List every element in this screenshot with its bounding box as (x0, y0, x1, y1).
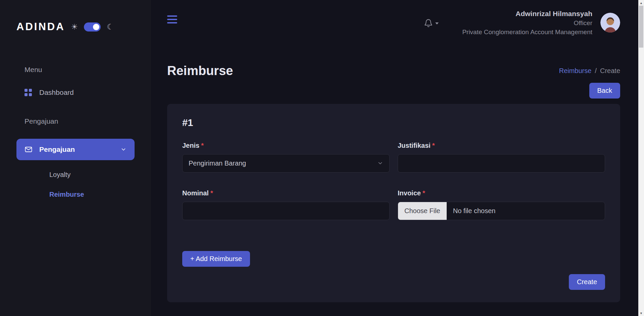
jenis-selected-value: Pengiriman Barang (189, 160, 246, 167)
add-reimburse-button[interactable]: + Add Reimburse (182, 251, 250, 267)
notifications-button[interactable] (424, 19, 439, 28)
caret-down-icon (435, 22, 439, 24)
scrollbar-up-button[interactable]: ▲ (638, 0, 644, 6)
hamburger-menu-icon[interactable] (167, 15, 177, 23)
moon-icon: ☾ (107, 23, 114, 31)
theme-toggle[interactable] (84, 22, 101, 31)
chevron-down-icon (120, 146, 127, 152)
dashboard-grid-icon (24, 89, 32, 96)
choose-file-button[interactable]: Choose File (398, 202, 447, 220)
sidebar-item-dashboard[interactable]: Dashboard (24, 88, 151, 97)
breadcrumb: Reimburse / Create (559, 67, 620, 75)
invoice-file-input[interactable]: Choose File No file chosen (398, 202, 605, 220)
jenis-label-text: Jenis (182, 142, 199, 149)
required-mark: * (423, 189, 425, 197)
page-title: Reimburse (167, 64, 233, 78)
page-head: Reimburse Reimburse / Create (167, 64, 620, 78)
main-content: Adwinrizal Hilmansyah Officer Private Co… (151, 0, 638, 316)
sun-icon: ☀ (71, 23, 78, 31)
jenis-label: Jenis* (182, 142, 390, 149)
breadcrumb-link-reimburse[interactable]: Reimburse (559, 67, 592, 75)
topbar-right: Adwinrizal Hilmansyah Officer Private Co… (424, 9, 620, 37)
nominal-label-text: Nominal (182, 189, 209, 197)
invoice-field: Invoice* Choose File No file chosen (398, 189, 605, 220)
sidebar-item-pengajuan[interactable]: Pengajuan (16, 139, 135, 160)
nominal-field: Nominal* (182, 189, 390, 220)
justifikasi-label: Justifikasi* (398, 142, 605, 149)
bell-icon (424, 19, 433, 28)
invoice-label-text: Invoice (398, 189, 421, 197)
breadcrumb-separator: / (595, 67, 597, 75)
file-status-text: No file chosen (447, 202, 502, 220)
topbar: Adwinrizal Hilmansyah Officer Private Co… (167, 0, 620, 37)
scrollbar[interactable]: ▲ ▼ (638, 0, 644, 316)
menu-section-heading: Menu (24, 66, 151, 74)
user-info: Adwinrizal Hilmansyah Officer Private Co… (462, 9, 592, 37)
sidebar-subitem-loyalty[interactable]: Loyalty (49, 171, 151, 179)
required-mark: * (210, 189, 213, 197)
back-button[interactable]: Back (589, 83, 620, 99)
back-row: Back (167, 83, 620, 99)
app-root: ADINDA ☀ ☾ Menu Dashboard Pengajuan Peng… (0, 0, 644, 316)
required-mark: * (432, 142, 435, 149)
jenis-field: Jenis* Pengiriman Barang (182, 142, 390, 173)
scrollbar-down-button[interactable]: ▼ (638, 310, 644, 316)
justifikasi-field: Justifikasi* (398, 142, 605, 173)
sidebar-item-pengajuan-label: Pengajuan (39, 145, 75, 153)
reimburse-form-card: #1 Jenis* Pengiriman Barang Just (167, 104, 620, 302)
select-chevron-icon (377, 160, 383, 166)
user-role: Officer (462, 19, 592, 28)
create-row: Create (182, 274, 605, 290)
justifikasi-input[interactable] (398, 154, 605, 173)
required-mark: * (201, 142, 204, 149)
envelope-icon (24, 145, 33, 153)
sidebar: ADINDA ☀ ☾ Menu Dashboard Pengajuan Peng… (0, 0, 151, 316)
invoice-label: Invoice* (398, 189, 605, 197)
sidebar-subitem-reimburse[interactable]: Reimburse (49, 191, 151, 198)
avatar[interactable] (600, 13, 620, 33)
user-organization: Private Conglomeration Account Managemen… (462, 28, 592, 37)
user-name: Adwinrizal Hilmansyah (462, 9, 592, 19)
item-number: #1 (182, 117, 605, 128)
logo-row: ADINDA ☀ ☾ (0, 19, 151, 34)
scrollbar-thumb[interactable] (639, 6, 643, 48)
theme-toggle-knob (93, 24, 99, 30)
nominal-label: Nominal* (182, 189, 390, 197)
app-logo: ADINDA (16, 21, 65, 33)
nominal-input[interactable] (182, 202, 390, 220)
pengajuan-section-heading: Pengajuan (24, 117, 151, 125)
create-button[interactable]: Create (569, 274, 605, 290)
justifikasi-label-text: Justifikasi (398, 142, 431, 149)
form-grid: Jenis* Pengiriman Barang Justifikasi* (182, 142, 605, 220)
jenis-select[interactable]: Pengiriman Barang (182, 154, 390, 173)
breadcrumb-current: Create (600, 67, 620, 75)
sidebar-item-dashboard-label: Dashboard (39, 88, 74, 97)
